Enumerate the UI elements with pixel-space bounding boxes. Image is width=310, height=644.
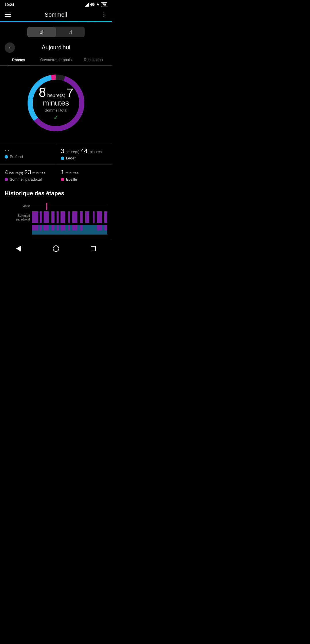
svg-rect-22 — [32, 225, 38, 231]
sleep-donut-chart: 8 heure(s) 7 minutes Sommeil total ✓ — [0, 66, 112, 143]
recents-button[interactable] — [88, 243, 99, 254]
stat-eveille: 1 minutes Eveillé — [56, 164, 112, 186]
status-time: 10:24 — [5, 3, 14, 7]
svg-rect-12 — [57, 211, 59, 223]
svg-rect-24 — [44, 225, 49, 231]
leger-label: Léger — [61, 156, 107, 160]
top-bar: Sommeil ⋮ — [0, 8, 112, 21]
paradoxal-value: 4 heure(s) 23 minutes — [5, 169, 51, 176]
paradoxal-bars — [32, 210, 107, 224]
back-icon — [16, 245, 21, 252]
home-button[interactable] — [50, 243, 62, 254]
status-bar: 10:24 4G 70 — [0, 0, 112, 8]
leger-dot — [61, 157, 64, 160]
signal-icon — [85, 3, 89, 7]
stat-leger: 3 heure(s) 44 minutes Léger — [56, 143, 112, 164]
paradoxal-row: Sommeilparadoxal — [32, 210, 107, 225]
eveille-row: Eveillé — [32, 201, 107, 210]
sleep-hours: 8 — [39, 85, 46, 100]
tab-oxymetre[interactable]: Oxymètre de pouls — [37, 54, 75, 65]
svg-rect-32 — [104, 225, 107, 231]
battery-icon: 70 — [101, 2, 107, 7]
svg-rect-19 — [97, 211, 102, 223]
svg-rect-17 — [85, 211, 89, 223]
paradoxal-row-label: Sommeilparadoxal — [5, 214, 30, 221]
period-toggle: 1j 7j — [27, 27, 85, 37]
sleep-sublabel: Sommeil total — [39, 108, 73, 113]
stats-grid: - - Profond 3 heure(s) 44 minutes Léger … — [0, 143, 112, 186]
eveille-dot — [61, 178, 64, 181]
date-navigation: ‹ Aujourd'hui — [0, 42, 112, 53]
eveille-value: 1 minutes — [61, 169, 107, 176]
svg-rect-31 — [97, 225, 102, 231]
svg-rect-20 — [104, 211, 107, 223]
svg-rect-9 — [40, 211, 42, 223]
svg-rect-30 — [80, 225, 83, 231]
period-1j[interactable]: 1j — [27, 27, 56, 37]
svg-rect-16 — [80, 211, 83, 223]
stat-profond: - - Profond — [0, 143, 56, 164]
back-button[interactable] — [13, 243, 24, 254]
svg-rect-13 — [61, 211, 65, 223]
bottom-nav — [0, 240, 112, 257]
svg-rect-15 — [72, 211, 78, 223]
svg-rect-8 — [32, 211, 38, 223]
menu-button[interactable] — [5, 13, 11, 17]
period-7j[interactable]: 7j — [56, 27, 85, 37]
more-button[interactable]: ⋮ — [101, 11, 107, 18]
svg-rect-23 — [40, 225, 42, 231]
donut-container: 8 heure(s) 7 minutes Sommeil total ✓ — [24, 71, 88, 134]
period-selector: 1j 7j — [0, 22, 112, 42]
svg-rect-26 — [57, 225, 59, 231]
svg-rect-28 — [68, 225, 70, 231]
profond-dot — [5, 155, 8, 159]
prev-day-button[interactable]: ‹ — [5, 42, 15, 53]
stat-paradoxal: 4 heure(s) 23 minutes Sommeil paradoxal — [0, 164, 56, 186]
svg-rect-27 — [61, 225, 65, 231]
svg-rect-29 — [72, 225, 78, 231]
svg-rect-10 — [44, 211, 49, 223]
sleep-minutes: 7 — [67, 86, 73, 100]
svg-marker-0 — [85, 3, 89, 7]
network-label: 4G — [90, 3, 95, 7]
home-icon — [53, 245, 59, 252]
stage-chart: Eveillé Sommeilparadoxal — [5, 201, 107, 235]
recents-icon — [91, 246, 96, 251]
sleep-hours-label: heure(s) — [47, 93, 65, 98]
profond-value: - - — [5, 147, 51, 153]
svg-marker-2 — [98, 4, 99, 6]
tab-respiration[interactable]: Respiration — [75, 54, 112, 65]
leger-bars — [32, 225, 107, 235]
data-transfer-icon — [96, 3, 100, 7]
app-title: Sommeil — [45, 11, 67, 18]
status-icons: 4G 70 — [85, 2, 107, 7]
leger-row: Léger — [32, 225, 107, 235]
paradoxal-label: Sommeil paradoxal — [5, 177, 51, 182]
tab-bar: Phases Oxymètre de pouls Respiration — [0, 54, 112, 66]
eveille-row-label: Eveillé — [5, 204, 30, 208]
current-date: Aujourd'hui — [42, 44, 70, 51]
eveille-bars — [32, 201, 107, 210]
svg-rect-25 — [51, 225, 55, 231]
svg-rect-11 — [51, 211, 55, 223]
profond-label: Profond — [5, 155, 51, 159]
history-title: Historique des étapes — [5, 190, 107, 197]
eveille-label: Eveillé — [61, 177, 107, 182]
sleep-minutes-label: minutes — [39, 99, 73, 108]
tab-phases[interactable]: Phases — [0, 54, 37, 65]
donut-center-content: 8 heure(s) 7 minutes Sommeil total ✓ — [39, 85, 73, 121]
history-section: Historique des étapes Eveillé Sommeilpar… — [0, 186, 112, 237]
leger-value: 3 heure(s) 44 minutes — [61, 147, 107, 155]
svg-rect-14 — [68, 211, 70, 223]
svg-rect-7 — [46, 203, 47, 210]
svg-rect-18 — [93, 211, 94, 223]
paradoxal-dot — [5, 178, 8, 181]
sleep-check: ✓ — [39, 114, 73, 121]
